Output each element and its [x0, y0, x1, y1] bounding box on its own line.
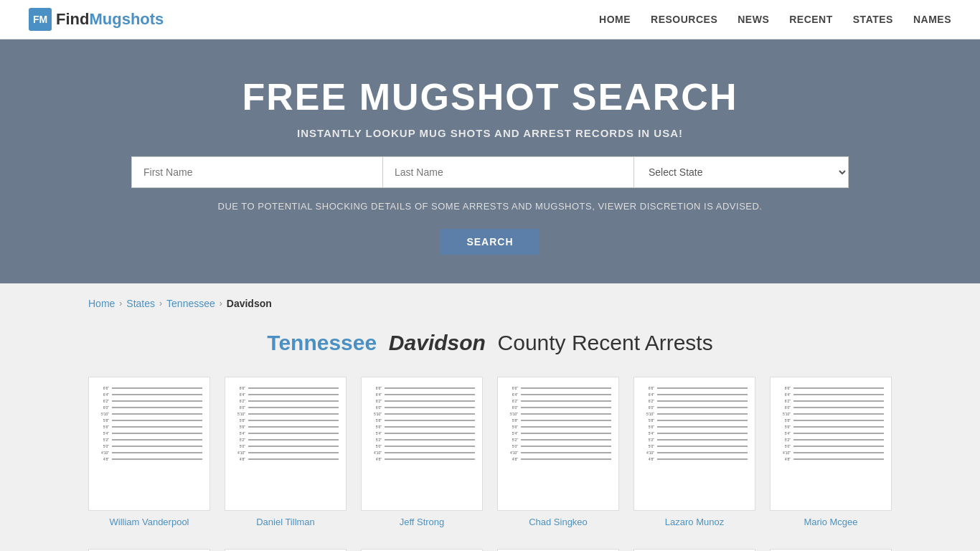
- ruler-lines: 6'6" 6'4" 6'2" 6'0" 5'10": [778, 386, 884, 461]
- logo-icon: FM: [29, 8, 52, 31]
- ruler-line: 5'0": [778, 444, 884, 448]
- ruler-line: 5'4": [641, 431, 748, 435]
- breadcrumb-county: Davidson: [227, 298, 272, 309]
- first-name-input[interactable]: [131, 156, 382, 188]
- ruler-line: 6'6": [369, 386, 475, 390]
- page-title-state: Tennessee: [267, 331, 377, 354]
- breadcrumb-states[interactable]: States: [126, 298, 155, 309]
- ruler-line: 5'6": [96, 425, 202, 429]
- page-title-county: Davidson: [389, 331, 486, 354]
- ruler-line: 4'10": [641, 451, 748, 455]
- ruler-line: 5'10": [778, 412, 884, 416]
- mugshot-name[interactable]: Mario Mcgee: [770, 517, 892, 527]
- mugshot-image: 6'6" 6'4" 6'2" 6'0" 5'10": [225, 377, 347, 511]
- logo-mugshots: Mugshots: [89, 10, 164, 28]
- ruler-line: 6'6": [641, 386, 748, 390]
- ruler-line: 5'4": [232, 431, 339, 435]
- mugshot-image: 6'6" 6'4" 6'2" 6'0" 5'10": [361, 377, 483, 511]
- ruler-line: 5'6": [369, 425, 475, 429]
- nav-home[interactable]: HOME: [599, 14, 631, 25]
- ruler-line: 4'10": [505, 451, 611, 455]
- ruler-line: 4'10": [778, 451, 884, 455]
- breadcrumb: Home › States › Tennessee › Davidson: [88, 298, 892, 309]
- ruler-line: 6'6": [232, 386, 339, 390]
- breadcrumb-home[interactable]: Home: [88, 298, 115, 309]
- ruler-line: 6'4": [778, 392, 884, 397]
- ruler-line: 5'10": [369, 412, 475, 416]
- mugshot-name[interactable]: Chad Singkeo: [497, 517, 619, 527]
- ruler-line: 5'4": [369, 431, 475, 435]
- last-name-input[interactable]: [382, 156, 633, 188]
- ruler-line: 6'0": [778, 405, 884, 410]
- mugshot-name[interactable]: Lazaro Munoz: [633, 517, 755, 527]
- ruler-lines: 6'6" 6'4" 6'2" 6'0" 5'10": [641, 386, 748, 461]
- ruler-line: 6'4": [232, 392, 339, 397]
- ruler-line: 6'4": [505, 392, 611, 397]
- ruler-line: 5'2": [369, 438, 475, 442]
- mugshot-name[interactable]: Jeff Strong: [361, 517, 483, 527]
- ruler-line: 4'10": [369, 451, 475, 455]
- search-button[interactable]: SEARCH: [440, 229, 539, 255]
- ruler-line: 5'2": [505, 438, 611, 442]
- nav-names[interactable]: NAMES: [913, 14, 951, 25]
- ruler-line: 5'6": [232, 425, 339, 429]
- mugshot-image: 6'6" 6'4" 6'2" 6'0" 5'10": [88, 377, 210, 511]
- state-select[interactable]: Select State Alabama Alaska Arizona Arka…: [633, 156, 849, 188]
- ruler-line: 6'6": [96, 386, 202, 390]
- ruler-lines: 6'6" 6'4" 6'2" 6'0" 5'10": [96, 386, 202, 461]
- mugshot-name[interactable]: Daniel Tillman: [225, 517, 347, 527]
- nav-recent[interactable]: RECENT: [789, 14, 833, 25]
- nav-states[interactable]: STATES: [853, 14, 893, 25]
- breadcrumb-sep-2: ›: [159, 298, 162, 309]
- mugshot-grid-row1: 6'6" 6'4" 6'2" 6'0" 5'10": [88, 377, 892, 527]
- ruler-line: 5'4": [96, 431, 202, 435]
- ruler-line: 5'4": [778, 431, 884, 435]
- search-form: Select State Alabama Alaska Arizona Arka…: [131, 156, 849, 188]
- ruler-line: 5'2": [232, 438, 339, 442]
- hero-title: FREE MUGSHOT SEARCH: [29, 75, 951, 118]
- ruler-line: 5'0": [232, 444, 339, 448]
- ruler-line: 5'6": [778, 425, 884, 429]
- site-logo[interactable]: FM FindMugshots: [29, 8, 164, 31]
- ruler-line: 5'0": [505, 444, 611, 448]
- mugshot-card[interactable]: 6'6" 6'4" 6'2" 6'0" 5'10": [361, 377, 483, 527]
- mugshot-card[interactable]: 6'6" 6'4" 6'2" 6'0" 5'10": [497, 377, 619, 527]
- ruler-line: 5'6": [505, 425, 611, 429]
- ruler-line: 6'0": [641, 405, 748, 410]
- page-title: Tennessee Davidson County Recent Arrests: [88, 331, 892, 355]
- logo-find: FindMugshots: [56, 10, 164, 29]
- hero-section: FREE MUGSHOT SEARCH INSTANTLY LOOKUP MUG…: [0, 39, 980, 283]
- ruler-line: 6'0": [232, 405, 339, 410]
- ruler-line: 4'8": [232, 457, 339, 461]
- ruler-line: 6'6": [505, 386, 611, 390]
- main-content: Home › States › Tennessee › Davidson Ten…: [60, 283, 920, 551]
- mugshot-card[interactable]: 6'6" 6'4" 6'2" 6'0" 5'10": [88, 377, 210, 527]
- hero-subtitle: INSTANTLY LOOKUP MUG SHOTS AND ARREST RE…: [29, 127, 951, 139]
- mugshot-name[interactable]: William Vanderpool: [88, 517, 210, 527]
- breadcrumb-sep-3: ›: [220, 298, 222, 309]
- ruler-line: 5'8": [641, 418, 748, 423]
- ruler-line: 6'2": [778, 399, 884, 403]
- ruler-line: 5'8": [369, 418, 475, 423]
- ruler-line: 6'0": [505, 405, 611, 410]
- nav-resources[interactable]: RESOURCES: [651, 14, 717, 25]
- ruler-line: 5'8": [505, 418, 611, 423]
- ruler-line: 5'2": [778, 438, 884, 442]
- ruler-line: 5'0": [96, 444, 202, 448]
- ruler-line: 6'0": [369, 405, 475, 410]
- main-nav: HOME RESOURCES NEWS RECENT STATES NAMES: [599, 14, 951, 25]
- ruler-line: 5'10": [232, 412, 339, 416]
- mugshot-card[interactable]: 6'6" 6'4" 6'2" 6'0" 5'10": [770, 377, 892, 527]
- breadcrumb-state[interactable]: Tennessee: [166, 298, 215, 309]
- ruler-line: 6'0": [96, 405, 202, 410]
- nav-news[interactable]: NEWS: [738, 14, 769, 25]
- ruler-line: 4'8": [641, 457, 748, 461]
- ruler-line: 6'6": [778, 386, 884, 390]
- ruler-line: 6'2": [641, 399, 748, 403]
- mugshot-image: 6'6" 6'4" 6'2" 6'0" 5'10": [497, 377, 619, 511]
- mugshot-card[interactable]: 6'6" 6'4" 6'2" 6'0" 5'10": [225, 377, 347, 527]
- ruler-line: 6'2": [232, 399, 339, 403]
- mugshot-card[interactable]: 6'6" 6'4" 6'2" 6'0" 5'10": [633, 377, 755, 527]
- ruler-line: 4'8": [369, 457, 475, 461]
- page-title-suffix: County Recent Arrests: [498, 331, 713, 354]
